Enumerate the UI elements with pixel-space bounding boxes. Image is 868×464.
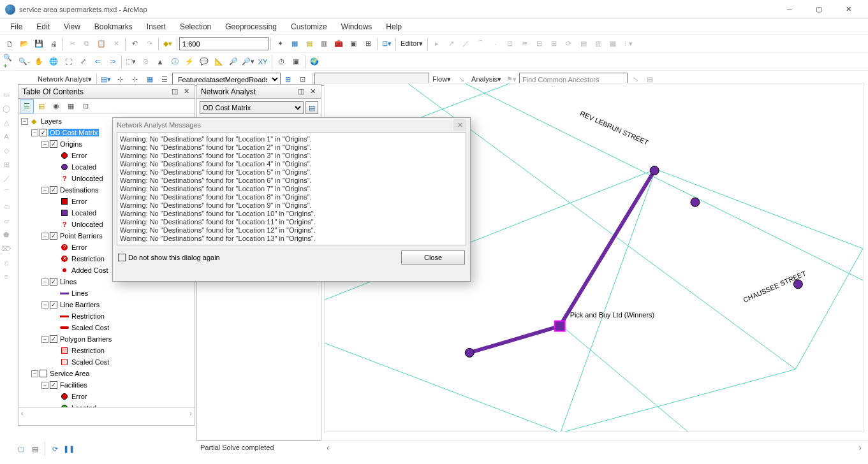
edit-trace-icon[interactable]: ／ bbox=[459, 37, 473, 51]
undo-icon[interactable]: ↶ bbox=[128, 37, 142, 51]
delete-icon[interactable]: ✕ bbox=[109, 37, 123, 51]
menu-geoprocessing[interactable]: Geoprocessing bbox=[219, 20, 283, 34]
refresh-icon[interactable]: ⟳ bbox=[49, 443, 61, 454]
menu-view[interactable]: View bbox=[57, 20, 87, 34]
open-icon[interactable]: 📂 bbox=[17, 37, 31, 51]
pan-icon[interactable]: ✋ bbox=[32, 55, 46, 69]
edit-straight-icon[interactable]: ↗ bbox=[445, 37, 459, 51]
messages-list[interactable]: Warning: No "Destinations" found for "Lo… bbox=[117, 132, 466, 245]
search-icon[interactable]: ▥ bbox=[317, 37, 331, 51]
toc-icon[interactable]: ▦ bbox=[288, 37, 302, 51]
clear-selection-icon[interactable]: ⊘ bbox=[138, 55, 152, 69]
tree-row[interactable]: Error bbox=[18, 391, 195, 402]
measure-icon[interactable]: 📐 bbox=[212, 55, 226, 69]
zoom-in-icon[interactable]: 🔍+ bbox=[3, 55, 17, 69]
pause-icon[interactable]: ❚❚ bbox=[63, 443, 75, 454]
dock-icon-8[interactable]: ⌒ bbox=[0, 186, 13, 199]
add-data-icon[interactable]: ◆▾ bbox=[161, 37, 175, 51]
messages-close-button[interactable]: Close bbox=[401, 250, 465, 265]
edit-cut-icon[interactable]: ⊟ bbox=[533, 37, 547, 51]
network-analyst-menu[interactable]: Network Analyst▾ bbox=[35, 75, 94, 83]
tree-row[interactable]: −✓Polygon Barriers bbox=[18, 333, 195, 345]
tree-row[interactable]: Restriction bbox=[18, 345, 195, 356]
dock-icon-3[interactable]: △ bbox=[0, 116, 13, 129]
select-elements-icon[interactable]: ▲ bbox=[153, 55, 167, 69]
edit-rotate-icon[interactable]: ⟳ bbox=[562, 37, 576, 51]
toc-hscroll[interactable]: ‹› bbox=[18, 407, 195, 417]
toc-options-icon[interactable]: ⊡ bbox=[78, 99, 92, 113]
new-icon[interactable]: 🗋 bbox=[3, 37, 17, 51]
tree-row[interactable]: −✓Line Barriers bbox=[18, 299, 195, 310]
overview-icon[interactable]: 🌍 bbox=[307, 55, 321, 69]
tree-row[interactable]: Restriction bbox=[18, 310, 195, 322]
toc-autohide-icon[interactable]: ◫ bbox=[169, 87, 180, 97]
dock-icon-14[interactable]: ≡ bbox=[0, 270, 13, 283]
minimize-button[interactable]: ─ bbox=[775, 0, 804, 19]
tree-row[interactable]: −✓Facilities bbox=[18, 379, 195, 391]
menu-bookmarks[interactable]: Bookmarks bbox=[88, 20, 139, 34]
time-slider-icon[interactable]: ⏱ bbox=[274, 55, 288, 69]
menu-windows[interactable]: Windows bbox=[335, 20, 379, 34]
menu-customize[interactable]: Customize bbox=[284, 20, 334, 34]
messages-close-icon[interactable]: ✕ bbox=[453, 119, 466, 131]
edit-arc-icon[interactable]: ⌒ bbox=[474, 37, 488, 51]
scale-combo[interactable] bbox=[179, 37, 268, 50]
messages-dont-show-checkbox[interactable]: Do not show this dialog again bbox=[118, 254, 220, 261]
hyperlink-icon[interactable]: ⚡ bbox=[182, 55, 196, 69]
python-icon[interactable]: ▣ bbox=[346, 37, 360, 51]
prev-extent-icon[interactable]: ⇐ bbox=[91, 55, 105, 69]
editor-menu[interactable]: Editor▾ bbox=[398, 40, 425, 48]
na-properties-icon[interactable]: ▤ bbox=[305, 101, 318, 114]
fixed-zoom-in-icon[interactable]: ⤢ bbox=[76, 55, 90, 69]
toc-close-icon[interactable]: ✕ bbox=[180, 87, 192, 97]
modelbuilder-icon[interactable]: ⊞ bbox=[361, 37, 375, 51]
tree-row[interactable]: −Service Area bbox=[18, 368, 195, 379]
menu-help[interactable]: Help bbox=[379, 20, 408, 34]
map-hscroll-right[interactable]: › bbox=[858, 442, 862, 453]
edit-sketch-icon[interactable]: ▥ bbox=[591, 37, 605, 51]
dock-icon-5[interactable]: ◇ bbox=[0, 144, 13, 157]
edit-more-icon[interactable]: ⋮▾ bbox=[621, 37, 635, 51]
catalog-icon[interactable]: ▤ bbox=[302, 37, 316, 51]
toc-list-visibility-icon[interactable]: ◉ bbox=[49, 99, 63, 113]
find-icon[interactable]: 🔎 bbox=[226, 55, 240, 69]
edit-tool-icon[interactable]: ▸ bbox=[430, 37, 444, 51]
na-autohide-icon[interactable]: ◫ bbox=[295, 87, 307, 97]
goto-xy-icon[interactable]: XY bbox=[256, 55, 270, 69]
viewer-icon[interactable]: ▣ bbox=[289, 55, 303, 69]
globe-icon[interactable]: 🌐 bbox=[47, 55, 61, 69]
na-header[interactable]: Network Analyst ◫ ✕ bbox=[197, 85, 321, 99]
edit-attrs-icon[interactable]: ▤ bbox=[577, 37, 591, 51]
dock-icon-13[interactable]: ⎌ bbox=[0, 256, 13, 269]
arctoolbox-icon[interactable]: 🧰 bbox=[332, 37, 346, 51]
edit-vertex-icon[interactable]: ⊡ bbox=[503, 37, 517, 51]
edit-point-icon[interactable]: · bbox=[489, 37, 503, 51]
dock-icon-6[interactable]: ⊞ bbox=[0, 158, 13, 171]
dock-icon-2[interactable]: ◯ bbox=[0, 102, 13, 115]
menu-edit[interactable]: Edit bbox=[30, 20, 56, 34]
menu-insert[interactable]: Insert bbox=[140, 20, 172, 34]
next-extent-icon[interactable]: ⇒ bbox=[105, 55, 119, 69]
zoom-out-icon[interactable]: 🔍- bbox=[17, 55, 31, 69]
dock-icon-11[interactable]: ⬟ bbox=[0, 228, 13, 241]
messages-title-bar[interactable]: Network Analyst Messages ✕ bbox=[113, 118, 470, 132]
dock-icon-4[interactable]: A bbox=[0, 130, 13, 143]
toc-header[interactable]: Table Of Contents ◫ ✕ bbox=[18, 85, 195, 99]
menu-selection[interactable]: Selection bbox=[173, 20, 217, 34]
tree-row[interactable]: Lines bbox=[18, 287, 195, 299]
dock-icon-1[interactable]: ▭ bbox=[0, 88, 13, 101]
close-button[interactable]: ✕ bbox=[834, 0, 863, 19]
data-view-icon[interactable]: ▢ bbox=[15, 443, 27, 454]
map-hscroll-left[interactable]: ‹ bbox=[327, 442, 330, 453]
parcel-icon[interactable]: ⊡▾ bbox=[379, 37, 394, 51]
edit-template-icon[interactable]: ▦ bbox=[606, 37, 620, 51]
save-icon[interactable]: 💾 bbox=[32, 37, 46, 51]
dock-icon-7[interactable]: ／ bbox=[0, 172, 13, 185]
redo-icon[interactable]: ↷ bbox=[142, 37, 156, 51]
toc-list-drawing-icon[interactable]: ☰ bbox=[20, 99, 34, 113]
dock-icon-9[interactable]: ⬭ bbox=[0, 200, 13, 213]
tree-row[interactable]: Scaled Cost bbox=[18, 356, 195, 368]
tree-row[interactable]: Located bbox=[18, 402, 195, 407]
full-extent-icon[interactable]: ⛶ bbox=[61, 55, 75, 69]
find-route-icon[interactable]: 🔎▾ bbox=[241, 55, 255, 69]
